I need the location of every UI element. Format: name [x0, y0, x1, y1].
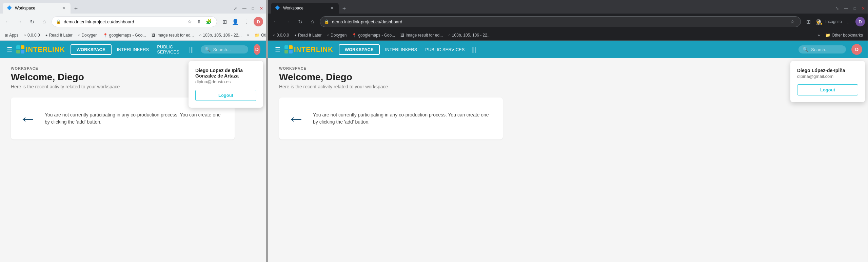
forward-button-right[interactable]: → — [283, 17, 293, 26]
bookmark-imageresult-label: Image result for ed... — [157, 33, 194, 38]
restore-btn-left[interactable]: ⤢ — [234, 6, 237, 11]
bookmark-googlemaps[interactable]: 📍 googlemaps - Goo... — [101, 32, 148, 38]
forward-button-left[interactable]: → — [15, 17, 24, 26]
bookmark-googlemaps-right[interactable]: 📍 googlemaps - Goo... — [350, 32, 397, 38]
doxygen-favicon: ○ — [78, 33, 80, 37]
bookmark-000[interactable]: ○ 0.0.0.0 — [22, 32, 42, 38]
user-avatar-nav-right[interactable]: D — [851, 44, 862, 55]
bookmark-imageresult-right[interactable]: 🖼 Image result for ed... — [398, 32, 445, 38]
popup-name-left: Diego Lopez de Ipiña Gonzalez de Artaza — [195, 68, 256, 79]
tab-grid-icon-left[interactable]: ⊞ — [220, 17, 229, 26]
hamburger-icon-right[interactable]: ☰ — [274, 44, 282, 54]
address-bar-row-left: ← → ↻ ⌂ 🔒 demo.interlink-project.eu/dash… — [0, 14, 266, 30]
user-avatar-left[interactable]: D — [254, 17, 263, 26]
logo-sq-green-left — [16, 50, 20, 53]
bookmarks-bar-left: ⊞ Apps ○ 0.0.0.0 ● Read It Later ○ Doxyg… — [0, 30, 266, 41]
workspace-label-right: WORKSPACE — [279, 66, 857, 70]
other-bookmarks-right[interactable]: 📁 Other bookmarks — [823, 32, 865, 38]
home-button-right[interactable]: ⌂ — [308, 17, 317, 26]
popup-email-right: dipina@gmail.com — [797, 74, 858, 79]
new-tab-button-left[interactable]: + — [71, 4, 81, 14]
public-services-link-right[interactable]: PUBLIC SERVICES — [422, 45, 467, 54]
nav-divider-left: ||| — [189, 46, 194, 53]
back-button-right[interactable]: ← — [271, 17, 280, 26]
lock-icon-left: 🔒 — [56, 19, 61, 24]
logout-button-left[interactable]: Logout — [195, 90, 256, 101]
empty-state-card-right: ← You are not currently participating in… — [279, 97, 503, 139]
welcome-subtitle-right: Here is the recent activity related to y… — [279, 84, 857, 89]
bookmark-apps[interactable]: ⊞ Apps — [3, 32, 20, 38]
bookmark-readitlater-right[interactable]: ● Read It Later — [292, 32, 323, 38]
overflow-btn-right[interactable]: » — [815, 32, 822, 38]
minimize-btn-left[interactable]: — — [242, 6, 246, 11]
close-btn-right[interactable]: ✕ — [862, 6, 865, 11]
interlinkers-link-left[interactable]: INTERLINKERS — [114, 45, 152, 54]
bookmark-103b[interactable]: ○ 103b, 105, 106 - 22... — [197, 32, 244, 38]
address-bar-left[interactable]: 🔒 demo.interlink-project.eu/dashboard ☆ … — [52, 16, 217, 27]
left-browser-panel: 🔷 Workspace ✕ + ⤢ — □ ✕ ← → ↻ ⌂ 🔒 demo.i… — [0, 0, 266, 262]
search-bar-left[interactable]: 🔍 Search... — [201, 45, 248, 53]
search-icon-left: 🔍 — [205, 47, 211, 52]
search-placeholder-left: Search... — [213, 47, 231, 52]
interlinkers-link-right[interactable]: INTERLINKERS — [382, 45, 420, 54]
restore-btn-right[interactable]: ⤡ — [835, 6, 839, 11]
bookmark-doxygen[interactable]: ○ Doxygen — [76, 32, 100, 38]
lock-icon-right: 🔒 — [324, 19, 329, 24]
bookmark-imageresult[interactable]: 🖼 Image result for ed... — [150, 32, 196, 38]
public-services-link-left[interactable]: PUBLIC SERVICES — [154, 42, 185, 57]
logo-sq-teal-right — [284, 45, 288, 49]
arrow-icon-left: ← — [19, 108, 37, 129]
bookmark-doxygen-right[interactable]: ○ Doxygen — [325, 32, 349, 38]
bookmark-readitlater-label-right: Read It Later — [298, 33, 321, 38]
bookmarks-bar-right: ○ 0.0.0.0 ● Read It Later ○ Doxygen 📍 go… — [268, 30, 868, 41]
new-tab-button-right[interactable]: + — [339, 4, 349, 14]
active-tab-left[interactable]: 🔷 Workspace ✕ — [3, 3, 71, 14]
user-avatar-nav-left[interactable]: D — [254, 44, 260, 55]
tab-bar-right: 🔷 Workspace ✕ + ⤡ — □ ✕ — [268, 0, 868, 14]
bookmark-readitlater[interactable]: ● Read It Later — [43, 32, 75, 38]
reload-button-left[interactable]: ↻ — [27, 17, 37, 26]
page-content-right: WORKSPACE Welcome, Diego Here is the rec… — [268, 58, 868, 262]
profile-icon-left[interactable]: 👤 — [231, 17, 240, 26]
overflow-btn-left[interactable]: » — [245, 32, 251, 38]
000-favicon: ○ — [24, 33, 26, 37]
tab-favicon-left: 🔷 — [7, 5, 12, 11]
workspace-nav-btn-right[interactable]: WORKSPACE — [339, 44, 380, 55]
000-favicon-right: ○ — [273, 33, 275, 37]
more-menu-right[interactable]: ⋮ — [843, 17, 853, 26]
more-menu-left[interactable]: ⋮ — [241, 17, 251, 26]
bookmark-103b-label: 103b, 105, 106 - 22... — [203, 33, 241, 38]
close-btn-left[interactable]: ✕ — [260, 6, 263, 11]
bookmark-103b-right[interactable]: ○ 103b, 105, 106 - 22... — [446, 32, 493, 38]
puzzle-icon-left[interactable]: 🧩 — [204, 18, 213, 26]
hamburger-icon-left[interactable]: ☰ — [5, 44, 14, 54]
address-bar-right[interactable]: 🔒 demo.interlink-project.eu/dashboard ☆ — [320, 16, 801, 27]
logout-button-right[interactable]: Logout — [797, 84, 858, 95]
tab-close-right[interactable]: ✕ — [329, 5, 335, 11]
tab-grid-icon-right[interactable]: ⊞ — [804, 17, 813, 26]
folder-icon-left: 📁 — [255, 33, 260, 38]
search-bar-right[interactable]: 🔍 Search... — [798, 45, 846, 53]
bookmark-star-right[interactable]: ☆ — [788, 18, 796, 26]
share-icon-left[interactable]: ⬆ — [195, 18, 203, 26]
url-text-left: demo.interlink-project.eu/dashboard — [64, 19, 183, 24]
arrow-icon-right: ← — [287, 108, 305, 129]
other-bookmarks-left[interactable]: 📁 Other bookmarks — [253, 32, 266, 38]
bookmark-star-left[interactable]: ☆ — [185, 18, 194, 26]
maximize-btn-left[interactable]: □ — [252, 6, 254, 11]
bookmark-000-right[interactable]: ○ 0.0.0.0 — [271, 32, 291, 38]
back-button-left[interactable]: ← — [3, 17, 12, 26]
app-container-left: ☰ INTERLINK WORKSPACE INTERLINKERS PUBLI… — [0, 41, 266, 262]
user-avatar-right[interactable]: D — [855, 17, 865, 26]
active-tab-right[interactable]: 🔷 Workspace ✕ — [271, 3, 339, 14]
tab-close-left[interactable]: ✕ — [61, 5, 66, 11]
imageresult-favicon: 🖼 — [152, 33, 155, 37]
user-popup-left: Diego Lopez de Ipiña Gonzalez de Artaza … — [189, 61, 263, 108]
workspace-nav-btn-left[interactable]: WORKSPACE — [71, 44, 112, 55]
app-logo-left: INTERLINK — [16, 45, 65, 53]
home-button-left[interactable]: ⌂ — [39, 17, 49, 26]
reload-button-right[interactable]: ↻ — [295, 17, 305, 26]
readitlater-favicon: ● — [45, 33, 48, 37]
minimize-btn-right[interactable]: — — [844, 6, 848, 11]
maximize-btn-right[interactable]: □ — [854, 6, 856, 11]
